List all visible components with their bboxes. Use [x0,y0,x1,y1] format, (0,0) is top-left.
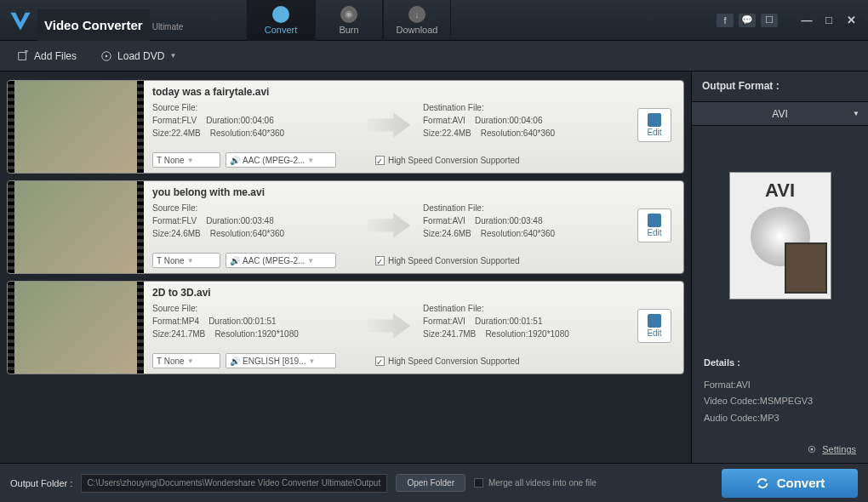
chevron-down-icon: ▼ [307,157,316,164]
tab-download[interactable]: ↓ Download [383,0,451,41]
gear-icon [807,444,817,454]
high-speed-checkbox[interactable]: ✓High Speed Conversion Supported [375,156,520,165]
tab-convert-label: Convert [265,25,298,35]
file-card[interactable]: you belong with me.avi Source File: Form… [7,180,684,274]
close-button[interactable]: ✕ [842,14,859,27]
video-preview [8,181,144,273]
detail-acodec: Audio Codec:MP3 [704,410,856,427]
file-title: you belong with me.avi [152,186,675,198]
output-folder-input[interactable] [81,474,387,493]
svg-point-4 [811,448,814,451]
edit-icon [648,214,661,227]
add-files-button[interactable]: Add Files [10,47,83,66]
detail-format: Format:AVI [704,377,856,394]
chevron-down-icon: ▼ [187,357,196,365]
file-card[interactable]: 2D to 3D.avi Source File: Format:MP4 Dur… [7,281,684,374]
checkbox-icon: ✓ [375,256,385,265]
checkbox-icon [474,478,483,488]
facebook-icon[interactable]: f [717,14,734,27]
brand-product: Video Converter [37,9,150,41]
tab-convert[interactable]: ⟳ Convert [247,0,315,41]
convert-icon [755,476,770,491]
brand-text: Wondershare Video Converter Ultimate [37,9,183,31]
merge-checkbox[interactable]: Merge all videos into one file [474,478,597,488]
film-strip-icon [137,282,144,374]
settings-link[interactable]: Settings [692,436,868,463]
film-icon [785,242,827,294]
convert-button[interactable]: Convert [722,469,858,498]
add-files-icon [17,50,29,62]
details-panel: Details : Format:AVI Video Codec:MSMPEGV… [692,346,868,436]
destination-info: Destination File: Format:AVI Duration:00… [423,202,625,249]
audio-select[interactable]: 🔊AAC (MPEG-2...▼ [226,152,336,168]
arrow-icon [363,202,414,249]
source-info: Source File: Format:FLV Duration:00:04:0… [152,101,355,149]
settings-label: Settings [822,444,856,454]
burn-icon: ◉ [340,6,357,23]
window-controls: f 💬 ☐ — □ ✕ [717,14,859,27]
brand-edition: Ultimate [152,22,184,31]
film-strip-icon [8,282,14,374]
chevron-down-icon: ▼ [307,257,316,265]
film-strip-icon [8,181,14,273]
subtitle-select[interactable]: T None▼ [152,353,220,368]
thumbnail[interactable] [8,181,144,273]
load-dvd-label: Load DVD [117,50,164,62]
source-info: Source File: Format:MP4 Duration:00:01:5… [152,302,355,350]
tab-burn-label: Burn [339,25,358,35]
titlebar: Wondershare Video Converter Ultimate ⟳ C… [0,0,868,41]
format-preview-box: AVI [729,172,831,299]
maximize-button[interactable]: □ [820,14,837,27]
sidebar: Output Format : AVI ▼ AVI Details : Form… [691,71,868,463]
subtitle-select[interactable]: T None▼ [152,253,220,268]
film-strip-icon [137,81,144,173]
minimize-button[interactable]: — [798,14,815,27]
svg-point-2 [106,54,108,57]
audio-select[interactable]: 🔊AAC (MPEG-2...▼ [226,253,336,268]
open-folder-button[interactable]: Open Folder [396,474,465,492]
edit-button[interactable]: Edit [637,108,671,142]
arrow-icon [363,302,414,350]
dvd-icon [100,50,112,62]
format-preview: AVI [692,126,868,346]
detail-vcodec: Video Codec:MSMPEGV3 [704,393,856,410]
logo-icon [9,9,32,32]
high-speed-checkbox[interactable]: ✓High Speed Conversion Supported [375,357,520,366]
thumbnail[interactable] [8,81,144,173]
chevron-down-icon: ▼ [308,357,317,365]
speaker-icon: 🔊 [230,256,240,265]
source-info: Source File: Format:FLV Duration:00:03:4… [152,202,355,249]
file-card[interactable]: today was a fairytale.avi Source File: F… [7,80,684,174]
file-title: 2D to 3D.avi [152,287,675,299]
speaker-icon: 🔊 [230,156,240,165]
convert-icon: ⟳ [272,6,289,23]
output-format-select[interactable]: AVI ▼ [692,102,868,126]
output-format-label: Output Format : [692,71,868,102]
thumbnail[interactable] [8,282,144,374]
video-preview [8,81,144,173]
high-speed-checkbox[interactable]: ✓High Speed Conversion Supported [375,256,520,265]
card-body: you belong with me.avi Source File: Form… [144,181,683,273]
main-tabs: ⟳ Convert ◉ Burn ↓ Download [247,0,451,41]
film-strip-icon [8,81,14,173]
subtitle-select[interactable]: T None▼ [152,152,220,168]
output-folder-label: Output Folder : [10,478,72,488]
add-files-label: Add Files [34,50,77,62]
file-title: today was a fairytale.avi [152,86,675,98]
feedback-icon[interactable]: ☐ [761,14,778,27]
destination-info: Destination File: Format:AVI Duration:00… [423,302,625,350]
chevron-down-icon: ▼ [187,157,196,164]
tab-burn[interactable]: ◉ Burn [315,0,383,41]
edit-button[interactable]: Edit [637,309,671,343]
convert-label: Convert [777,476,825,490]
edit-button[interactable]: Edit [637,208,671,242]
card-body: 2D to 3D.avi Source File: Format:MP4 Dur… [144,282,683,374]
chevron-down-icon: ▼ [169,52,178,60]
details-label: Details : [704,355,856,372]
load-dvd-button[interactable]: Load DVD ▼ [94,47,185,66]
edit-icon [648,314,661,328]
checkbox-icon: ✓ [375,357,385,366]
message-icon[interactable]: 💬 [739,14,756,27]
audio-select[interactable]: 🔊ENGLISH [819...▼ [226,353,336,368]
chevron-down-icon: ▼ [187,257,196,265]
